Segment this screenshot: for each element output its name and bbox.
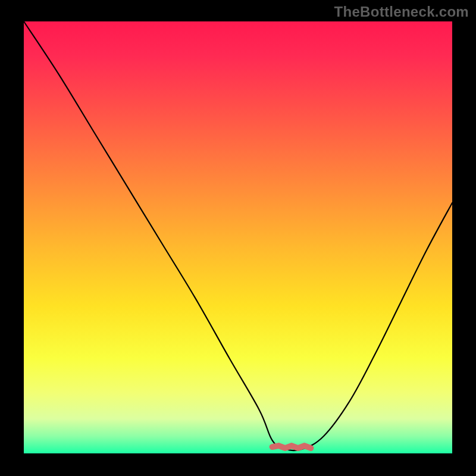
bottleneck-curve-line [24, 21, 452, 450]
watermark-text: TheBottleneck.com [334, 4, 469, 20]
plot-area [24, 21, 452, 453]
bottom-flat-marker [273, 446, 311, 448]
chart-frame: TheBottleneck.com [0, 0, 476, 476]
bottleneck-curve-svg [24, 21, 452, 453]
